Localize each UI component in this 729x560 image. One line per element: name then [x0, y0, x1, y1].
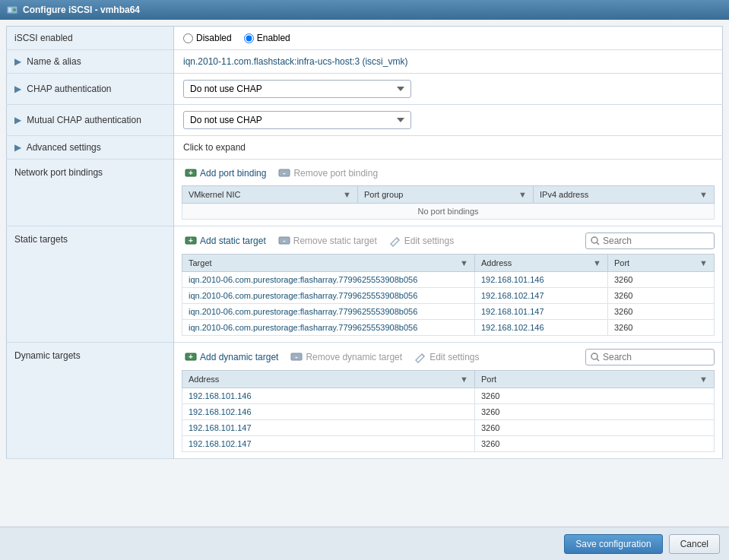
remove-port-binding-icon: - — [278, 167, 290, 179]
add-port-binding-icon: + — [185, 167, 197, 179]
static-targets-value: + Add static target - Remove static targ… — [174, 226, 723, 343]
ipv4-sort-icon: ▼ — [699, 190, 708, 199]
dynamic-target-row[interactable]: 192.168.101.146 3260 — [182, 388, 715, 404]
remove-dynamic-target-button[interactable]: - Remove dynamic target — [287, 350, 405, 365]
static-targets-search-box[interactable] — [585, 233, 715, 249]
port-bindings-table: VMkernel NIC ▼ Port group ▼ IPv4 address — [182, 185, 715, 220]
static-target-row[interactable]: iqn.2010-06.com.purestorage:flasharray.7… — [182, 320, 715, 336]
iscsi-icon — [6, 4, 18, 16]
chap-select[interactable]: Do not use CHAP — [183, 80, 411, 98]
dynamic-targets-table: Address ▼ Port ▼ 192.168.101.146 — [182, 370, 715, 452]
static-target-address: 192.168.102.147 — [475, 288, 608, 304]
network-port-bindings-value: + Add port binding - Remove port binding — [174, 160, 723, 226]
target-header[interactable]: Target ▼ — [182, 255, 475, 272]
static-targets-search-input[interactable] — [603, 236, 702, 246]
configure-iscsi-window: Configure iSCSI - vmhba64 iSCSI enabled … — [0, 0, 729, 560]
network-port-bindings-label: Network port bindings — [7, 160, 174, 226]
content-area: iSCSI enabled Disabled Enabled — [0, 20, 729, 527]
static-target-row[interactable]: iqn.2010-06.com.purestorage:flasharray.7… — [182, 288, 715, 304]
click-expand-text[interactable]: Click to expand — [183, 142, 246, 153]
dynamic-targets-search-input[interactable] — [603, 352, 702, 362]
dynamic-address-header[interactable]: Address ▼ — [182, 371, 475, 388]
static-port-header[interactable]: Port ▼ — [608, 255, 715, 272]
svg-point-17 — [591, 353, 597, 359]
enabled-label: Enabled — [257, 33, 290, 43]
portgroup-sort-icon: ▼ — [518, 190, 527, 199]
static-target-row[interactable]: iqn.2010-06.com.purestorage:flasharray.7… — [182, 272, 715, 288]
disabled-label: Disabled — [196, 33, 232, 43]
static-target-target: iqn.2010-06.com.purestorage:flasharray.7… — [182, 304, 475, 320]
mutual-chap-select[interactable]: Do not use CHAP — [183, 111, 411, 129]
port-bindings-grid: VMkernel NIC ▼ Port group ▼ IPv4 address — [182, 185, 715, 220]
static-targets-label: Static targets — [7, 226, 174, 343]
svg-rect-1 — [8, 8, 11, 12]
ipv4-address-header[interactable]: IPv4 address ▼ — [534, 186, 715, 204]
dynamic-address-sort-icon: ▼ — [460, 375, 468, 384]
mutual-chap-label[interactable]: ▶ Mutual CHAP authentication — [7, 105, 174, 136]
static-targets-toolbar: + Add static target - Remove static targ… — [182, 233, 715, 249]
iscsi-enabled-value: Disabled Enabled — [174, 27, 723, 50]
edit-dynamic-target-button[interactable]: Edit settings — [411, 350, 482, 365]
dynamic-target-row[interactable]: 192.168.101.147 3260 — [182, 420, 715, 436]
static-target-port: 3260 — [608, 288, 715, 304]
dynamic-targets-header: Address ▼ Port ▼ — [182, 371, 715, 388]
static-target-port: 3260 — [608, 320, 715, 336]
static-target-row[interactable]: iqn.2010-06.com.purestorage:flasharray.7… — [182, 304, 715, 320]
dynamic-targets-toolbar: + Add dynamic target - Remove dynamic ta… — [182, 349, 715, 365]
static-address-header[interactable]: Address ▼ — [475, 255, 608, 272]
advanced-arrow-icon: ▶ — [14, 142, 21, 153]
static-targets-table: Target ▼ Address ▼ Port ▼ — [182, 254, 715, 336]
vmkernel-sort-icon: ▼ — [343, 190, 351, 199]
disabled-radio[interactable] — [183, 33, 193, 43]
port-bindings-header: VMkernel NIC ▼ Port group ▼ IPv4 address — [182, 186, 715, 204]
remove-port-binding-button[interactable]: - Remove port binding — [275, 166, 381, 181]
add-port-binding-button[interactable]: + Add port binding — [182, 166, 269, 181]
dynamic-port-header[interactable]: Port ▼ — [475, 371, 715, 388]
cancel-button[interactable]: Cancel — [669, 534, 720, 554]
port-group-header[interactable]: Port group ▼ — [358, 186, 534, 204]
save-configuration-button[interactable]: Save configuration — [564, 534, 662, 554]
edit-static-target-button[interactable]: Edit settings — [386, 233, 457, 248]
dynamic-target-port: 3260 — [475, 404, 715, 420]
disabled-radio-label[interactable]: Disabled — [183, 33, 232, 43]
svg-point-2 — [13, 8, 16, 11]
static-target-target: iqn.2010-06.com.purestorage:flasharray.7… — [182, 320, 475, 336]
static-target-target: iqn.2010-06.com.purestorage:flasharray.7… — [182, 272, 475, 288]
add-dynamic-target-icon: + — [185, 351, 197, 363]
svg-text:+: + — [189, 353, 193, 361]
alias-text: iqn.2010-11.com.flashstack:infra-ucs-hos… — [183, 56, 407, 67]
name-alias-label[interactable]: ▶ Name & alias — [7, 50, 174, 74]
dynamic-target-port: 3260 — [475, 436, 715, 452]
enabled-radio-label[interactable]: Enabled — [244, 33, 290, 43]
advanced-settings-label[interactable]: ▶ Advanced settings — [7, 136, 174, 160]
dynamic-target-address: 192.168.101.147 — [182, 420, 475, 436]
config-table: iSCSI enabled Disabled Enabled — [6, 26, 723, 459]
static-address-sort-icon: ▼ — [593, 258, 601, 267]
add-dynamic-target-button[interactable]: + Add dynamic target — [182, 350, 281, 365]
advanced-settings-value: Click to expand — [174, 136, 723, 160]
svg-line-18 — [597, 359, 599, 361]
dynamic-targets-toolbar-left: + Add dynamic target - Remove dynamic ta… — [182, 350, 483, 365]
static-target-address: 192.168.101.147 — [475, 304, 608, 320]
add-static-target-button[interactable]: + Add static target — [182, 233, 269, 248]
dynamic-target-row[interactable]: 192.168.102.146 3260 — [182, 404, 715, 420]
remove-static-target-button[interactable]: - Remove static target — [275, 233, 380, 248]
dynamic-targets-search-box[interactable] — [585, 349, 715, 365]
enabled-radio[interactable] — [244, 33, 254, 43]
svg-text:+: + — [189, 236, 193, 245]
static-targets-row: Static targets + Add static target — [7, 226, 723, 343]
vmkernel-nic-header[interactable]: VMkernel NIC ▼ — [182, 186, 358, 204]
chap-row: ▶ CHAP authentication Do not use CHAP — [7, 74, 723, 105]
dynamic-target-address: 192.168.101.146 — [182, 388, 475, 404]
static-port-sort-icon: ▼ — [699, 258, 708, 267]
chap-label[interactable]: ▶ CHAP authentication — [7, 74, 174, 105]
svg-point-11 — [591, 237, 597, 243]
dynamic-target-row[interactable]: 192.168.102.147 3260 — [182, 436, 715, 452]
name-alias-value: iqn.2010-11.com.flashstack:infra-ucs-hos… — [174, 50, 723, 74]
advanced-settings-row: ▶ Advanced settings Click to expand — [7, 136, 723, 160]
name-alias-arrow-icon: ▶ — [14, 56, 21, 67]
iscsi-radio-group: Disabled Enabled — [183, 33, 713, 43]
mutual-chap-row: ▶ Mutual CHAP authentication Do not use … — [7, 105, 723, 136]
network-port-bindings-row: Network port bindings + Add port binding — [7, 160, 723, 226]
remove-dynamic-target-icon: - — [290, 351, 303, 363]
